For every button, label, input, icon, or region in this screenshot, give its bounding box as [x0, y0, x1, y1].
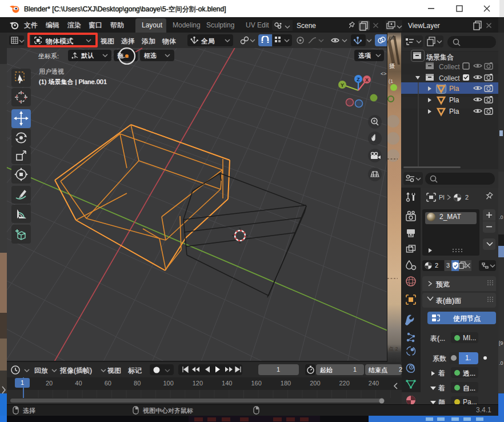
svg-text:Y: Y [341, 82, 344, 88]
svg-text:Z: Z [357, 77, 360, 82]
svg-text:点 2: 点 2 [389, 346, 398, 352]
svg-text:(1: (1 [389, 78, 393, 84]
svg-text:摄: 摄 [389, 63, 395, 69]
svg-text:X: X [365, 77, 369, 83]
